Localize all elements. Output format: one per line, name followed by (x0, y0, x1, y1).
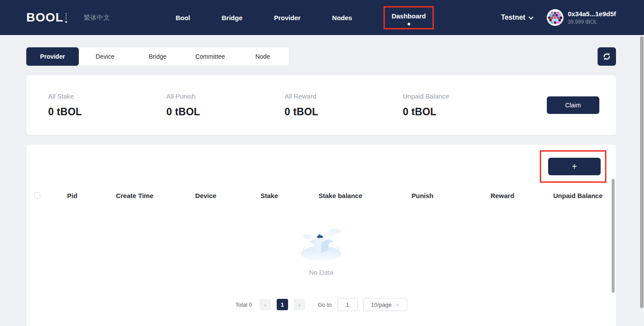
tab-row: Provider Device Bridge Committee Node (26, 47, 616, 66)
main-nav: Bool Bridge Provider Nodes Dashboard (176, 6, 434, 29)
network-label: Testnet (501, 14, 525, 21)
column-header-pid: Pid (48, 192, 96, 199)
stat-label: All Reward (285, 92, 403, 100)
nav-item-nodes[interactable]: Nodes (332, 14, 352, 21)
empty-box-illustration (297, 225, 346, 263)
page-scrollbar-track[interactable] (640, 35, 644, 326)
bool-logo[interactable]: BOOL (26, 11, 67, 25)
column-header-unpaid-balance: Unpaid Balance (541, 192, 615, 199)
nav-label: Provider (274, 14, 301, 21)
header-right: Testnet 0x34a5...1e9d5f 39.999 tBOL (501, 9, 616, 26)
nav-item-bridge[interactable]: Bridge (222, 14, 243, 21)
goto-label: Go to (318, 301, 332, 308)
table-header-row: Pid Create Time Device Stake Stake balan… (26, 187, 616, 204)
tab-committee[interactable]: Committee (184, 47, 236, 66)
column-header-reward: Reward (464, 192, 541, 199)
column-header-stake: Stake (239, 192, 300, 199)
column-header-create-time: Create Time (96, 192, 173, 199)
page-size-value: 10/page (371, 301, 391, 308)
provider-table-card: + Pid Create Time Device Stake Stake bal… (26, 145, 616, 326)
stat-all-reward: All Reward 0 tBOL (285, 92, 403, 118)
stat-all-punish: All Punish 0 tBOL (166, 92, 285, 118)
tab-node[interactable]: Node (236, 47, 289, 66)
stat-value: 0 tBOL (403, 106, 521, 118)
add-row: + (26, 150, 616, 183)
column-header-device: Device (173, 192, 239, 199)
pagination-total: Total 0 (235, 301, 252, 308)
select-chevron-icon: ∨ (395, 302, 400, 307)
prev-page-icon: ‹ (264, 301, 266, 308)
tab-device[interactable]: Device (79, 47, 131, 66)
stats-card: All Stake 0 tBOL All Punish 0 tBOL All R… (26, 75, 616, 135)
nav-label: Bridge (222, 14, 243, 21)
avatar[interactable] (547, 9, 563, 26)
nav-label: Bool (176, 14, 190, 21)
nav-item-provider[interactable]: Provider (274, 14, 301, 21)
column-header-punish: Punish (381, 192, 464, 199)
header-cell-select (26, 192, 48, 198)
empty-text: No Data (309, 269, 333, 276)
add-provider-button[interactable]: + (548, 158, 601, 175)
language-switcher[interactable]: 繁体中文 (84, 14, 110, 22)
annotation-box-add: + (540, 150, 606, 183)
wallet-info[interactable]: 0x34a5...1e9d5f 39.999 tBOL (568, 10, 616, 25)
identicon-icon (547, 9, 563, 26)
app-header: BOOL 繁体中文 Bool Bridge Provider Nodes Das… (0, 0, 644, 35)
empty-state: No Data (26, 225, 616, 276)
nav-label: Nodes (332, 14, 352, 21)
goto-page-input[interactable] (338, 298, 358, 311)
refresh-icon (602, 52, 611, 61)
active-nav-dot (408, 23, 410, 25)
tabbar: Provider Device Bridge Committee Node (26, 47, 289, 66)
page-number-button[interactable]: 1 (277, 299, 288, 310)
column-header-stake-balance: Stake balance (300, 192, 381, 199)
stat-label: All Punish (166, 92, 285, 100)
page-scrollbar-thumb[interactable] (640, 36, 644, 308)
page-size-select[interactable]: 10/page ∨ (363, 298, 407, 311)
table-scrollbar-thumb[interactable] (612, 179, 615, 293)
wallet-address: 0x34a5...1e9d5f (568, 10, 616, 18)
network-selector[interactable]: Testnet (501, 14, 533, 21)
refresh-button[interactable] (598, 47, 616, 66)
stat-all-stake: All Stake 0 tBOL (48, 92, 166, 118)
nav-label: Dashboard (391, 12, 426, 20)
pagination: Total 0 ‹ 1 › Go to 10/page ∨ (26, 298, 616, 311)
logo-text: BOOL (26, 11, 63, 25)
stat-label: All Stake (48, 92, 166, 100)
tab-provider[interactable]: Provider (26, 47, 79, 66)
prev-page-button[interactable]: ‹ (260, 299, 271, 310)
stat-value: 0 tBOL (166, 106, 285, 118)
nav-item-dashboard[interactable]: Dashboard (391, 12, 426, 25)
chevron-down-icon (528, 14, 533, 19)
tab-bridge[interactable]: Bridge (131, 47, 184, 66)
stat-value: 0 tBOL (48, 106, 166, 118)
annotation-box-dashboard: Dashboard (384, 6, 433, 29)
next-page-icon: › (298, 301, 300, 308)
wallet-balance: 39.999 tBOL (568, 19, 616, 25)
logo-exclamation-icon (65, 13, 67, 23)
nav-item-bool[interactable]: Bool (176, 14, 190, 21)
select-all-checkbox[interactable] (34, 192, 40, 198)
next-page-button[interactable]: › (294, 299, 305, 310)
stat-label: Unpaid Balance (403, 92, 521, 100)
stat-unpaid-balance: Unpaid Balance 0 tBOL (403, 92, 521, 118)
stat-value: 0 tBOL (285, 106, 403, 118)
claim-button[interactable]: Claim (547, 96, 599, 114)
